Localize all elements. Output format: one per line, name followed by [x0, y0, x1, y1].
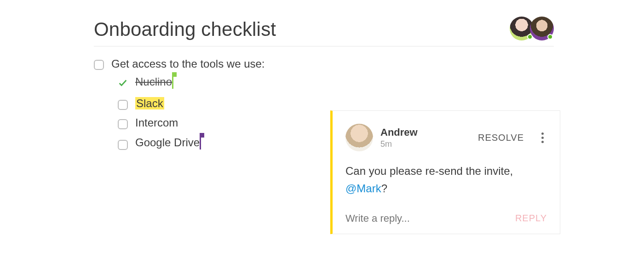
comment-header: Andrew 5m RESOLVE — [345, 124, 547, 151]
checklist-subitem: Nuclino — [118, 75, 554, 91]
checkbox[interactable] — [118, 100, 128, 110]
reply-row: REPLY — [345, 213, 547, 224]
collab-cursor-purple — [200, 134, 201, 150]
checklist-item-label[interactable]: Google Drive — [135, 136, 201, 151]
checkbox[interactable] — [118, 119, 128, 129]
more-options-icon[interactable] — [538, 132, 547, 143]
reply-input[interactable] — [345, 213, 515, 224]
presence-avatars — [513, 17, 554, 40]
checkbox[interactable] — [118, 140, 128, 150]
checklist-item-label[interactable]: Nuclino — [135, 75, 173, 91]
checkmark-icon[interactable] — [118, 78, 128, 88]
presence-dot — [547, 34, 553, 40]
checkbox[interactable] — [94, 60, 104, 70]
comment-author-avatar[interactable] — [345, 124, 373, 151]
reply-button[interactable]: REPLY — [515, 213, 547, 224]
resolve-button[interactable]: RESOLVE — [478, 132, 524, 143]
comment-timestamp: 5m — [380, 139, 471, 149]
comment-panel: Andrew 5m RESOLVE Can you please re-send… — [330, 110, 560, 234]
user-mention[interactable]: @Mark — [345, 182, 381, 195]
checklist-subitem: Slack — [118, 97, 554, 110]
collab-cursor-green — [172, 73, 173, 89]
checklist-item-label[interactable]: Intercom — [135, 116, 178, 129]
comment-meta: Andrew 5m — [380, 126, 471, 149]
page-title: Onboarding checklist — [94, 18, 554, 46]
checklist-item-top: Get access to the tools we use: — [94, 58, 554, 70]
presence-avatar-2[interactable] — [530, 17, 554, 40]
checklist-item-label[interactable]: Slack — [135, 97, 164, 110]
comment-body: Can you please re-send the invite, @Mark… — [345, 162, 547, 198]
checklist-item-label[interactable]: Get access to the tools we use: — [111, 58, 265, 70]
comment-author-name: Andrew — [380, 126, 471, 138]
